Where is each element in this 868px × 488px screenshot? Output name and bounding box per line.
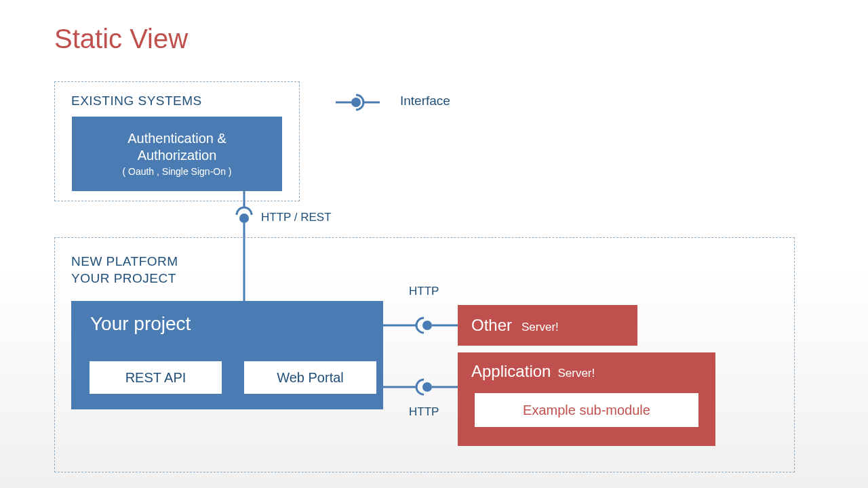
svg-point-7 [422, 321, 432, 330]
web-portal-block: Web Portal [244, 361, 376, 394]
diagram-canvas: Static View Interface EXISTING SYSTEMS A… [0, 0, 868, 488]
connector-to-appserver [383, 377, 458, 397]
http-label-top: HTTP [409, 285, 439, 298]
interface-legend-icon [336, 94, 380, 111]
connector-httprest-label: HTTP / REST [261, 211, 332, 224]
platform-label-2: YOUR PROJECT [71, 271, 176, 286]
app-title: Application [471, 362, 551, 381]
platform-label-1: NEW PLATFORM [71, 254, 178, 269]
auth-line2: Authorization [138, 148, 217, 163]
rest-api-block: REST API [90, 361, 222, 394]
svg-point-1 [351, 98, 361, 107]
other-subtitle: Server! [521, 321, 559, 334]
auth-line3: ( Oauth , Single Sign-On ) [122, 166, 231, 177]
example-submodule-block: Example sub-module [475, 393, 698, 427]
http-label-bottom: HTTP [409, 405, 439, 419]
existing-systems-label: EXISTING SYSTEMS [71, 94, 202, 108]
auth-block: Authentication & Authorization ( Oauth ,… [72, 117, 282, 191]
other-server-block: Other Server! [458, 305, 637, 346]
your-project-title: Your project [90, 313, 191, 335]
auth-line1: Authentication & [127, 131, 226, 146]
interface-legend-label: Interface [400, 94, 450, 108]
other-title: Other [471, 316, 512, 335]
app-subtitle: Server! [557, 367, 595, 380]
connector-to-other [383, 315, 458, 336]
page-title: Static View [54, 24, 188, 54]
svg-point-10 [422, 382, 432, 392]
svg-point-4 [239, 214, 249, 223]
